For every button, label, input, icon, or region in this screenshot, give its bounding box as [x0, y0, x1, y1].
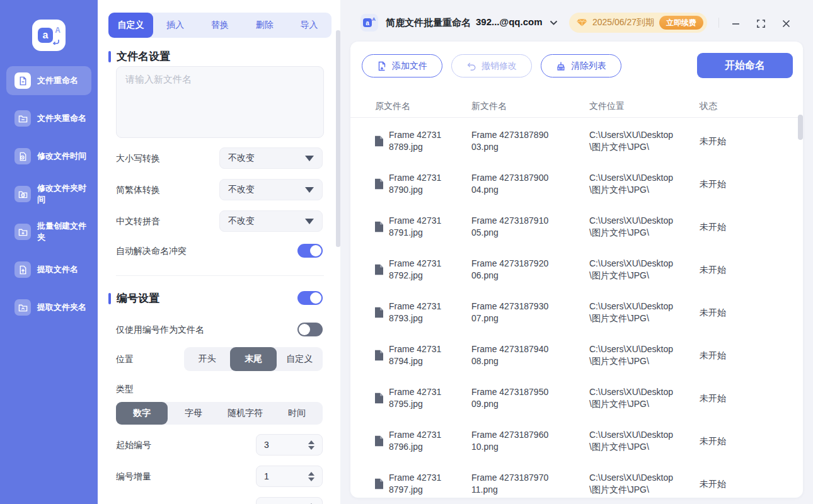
type-segment[interactable]: 时间	[271, 402, 323, 425]
status-text: 未开始	[700, 435, 726, 447]
file-icon	[374, 222, 383, 232]
sidebar-item-extract-filenames[interactable]: 提取文件名	[6, 255, 91, 284]
table-row[interactable]: Frame 427318795.jpg Frame 427318795009.p…	[350, 377, 803, 420]
old-filename: Frame 427318789.jpg	[389, 129, 443, 153]
minimize-button[interactable]	[727, 15, 744, 32]
settings-tab[interactable]: 删除	[242, 13, 287, 38]
position-segment[interactable]: 自定义	[277, 347, 323, 371]
start-number-input[interactable]: 3	[256, 434, 323, 455]
increment-input[interactable]: 1	[256, 466, 323, 487]
minimize-icon	[731, 19, 741, 28]
position-segment[interactable]: 开头	[184, 347, 230, 371]
file-location: C:\Users\XU\Desktop\图片文件\JPG\	[589, 429, 675, 453]
sidebar-item-file-rename[interactable]: 文件重命名	[6, 66, 91, 95]
status-text: 未开始	[700, 478, 726, 490]
pinyin-convert-select[interactable]: 不改变	[219, 210, 323, 232]
close-button[interactable]	[778, 15, 794, 32]
button-label: 撤销修改	[481, 60, 517, 72]
toggle-knob	[299, 324, 310, 335]
sidebar-item-extract-foldernames[interactable]: 提取文件夹名	[6, 293, 91, 322]
old-filename: Frame 427318793.jpg	[389, 301, 443, 324]
clear-list-button[interactable]: 清除列表	[541, 54, 621, 77]
position-label: 位置	[116, 354, 134, 365]
gem-icon	[577, 18, 587, 27]
file-icon	[374, 479, 383, 490]
file-icon	[374, 307, 383, 318]
button-label: 清除列表	[571, 60, 606, 72]
spinner-control[interactable]	[308, 472, 314, 481]
sidebar-item-folder-time[interactable]: 修改文件夹时间	[6, 180, 91, 209]
caret-down-icon	[305, 187, 314, 193]
settings-panel: 自定义插入替换删除导入 文件名设置 大小写转换 不改变 简繁体转换 不改变 中文…	[98, 0, 340, 504]
sidebar-item-create-folders[interactable]: 批量创建文件夹	[6, 217, 91, 246]
app-mini-logo: a A	[360, 14, 378, 32]
sidebar-item-folder-rename[interactable]: 文件夹重命名	[6, 104, 91, 133]
old-filename: Frame 427318794.jpg	[389, 343, 443, 367]
column-header: 状态	[700, 94, 717, 118]
table-row[interactable]: Frame 427318796.jpg Frame 427318796010.p…	[350, 420, 803, 462]
settings-tabbar: 自定义插入替换删除导入	[108, 13, 332, 38]
sidebar-item-file-time[interactable]: 修改文件时间	[6, 142, 91, 171]
renew-button[interactable]: 立即续费	[659, 16, 703, 30]
file-location: C:\Users\XU\Desktop\图片文件\JPG\	[589, 215, 675, 239]
table-row[interactable]: Frame 427318793.jpg Frame 427318793007.p…	[350, 291, 803, 334]
sidebar-item-label: 修改文件夹时间	[37, 183, 91, 205]
conflict-toggle[interactable]	[297, 244, 323, 258]
maximize-button[interactable]	[752, 15, 769, 32]
toggle-knob	[310, 245, 321, 256]
spin-down-icon	[308, 446, 314, 450]
table-scrollbar-thumb[interactable]	[798, 115, 803, 140]
sidebar-item-label: 修改文件时间	[37, 151, 86, 162]
settings-tab[interactable]: 插入	[153, 13, 198, 38]
type-segmented-control: 数字字母随机字符时间	[116, 402, 323, 425]
position-segment[interactable]: 末尾	[230, 347, 276, 371]
settings-tab[interactable]: 替换	[198, 13, 243, 38]
status-text: 未开始	[700, 392, 726, 404]
sidebar-item-label: 文件夹重命名	[37, 113, 86, 124]
status-text: 未开始	[700, 350, 726, 362]
file-location: C:\Users\XU\Desktop\图片文件\JPG\	[589, 386, 675, 410]
file-icon	[374, 265, 383, 275]
type-segment[interactable]: 数字	[116, 402, 168, 425]
sidebar-item-label: 文件重命名	[37, 75, 78, 86]
settings-scrollbar-thumb[interactable]	[336, 30, 340, 247]
undo-button[interactable]: 撤销修改	[451, 54, 532, 77]
case-convert-select[interactable]: 不改变	[219, 147, 323, 169]
settings-tab[interactable]: 导入	[287, 13, 332, 38]
table-row[interactable]: Frame 427318789.jpg Frame 427318789003.p…	[350, 120, 803, 163]
conflict-toggle-label: 自动解决命名冲突	[116, 246, 187, 257]
only-number-toggle[interactable]	[297, 323, 323, 336]
status-text: 未开始	[700, 178, 726, 190]
undo-icon	[466, 61, 476, 71]
file-location: C:\Users\XU\Desktop\图片文件\JPG\	[589, 172, 675, 196]
numbering-toggle[interactable]	[297, 291, 323, 305]
start-rename-button[interactable]: 开始命名	[697, 53, 793, 78]
settings-tab[interactable]: 自定义	[108, 13, 153, 38]
spin-down-icon	[308, 478, 314, 481]
table-row[interactable]: Frame 427318797.jpg Frame 427318797011.p…	[350, 462, 803, 498]
file-icon	[374, 179, 383, 190]
type-segment[interactable]: 字母	[168, 402, 219, 425]
table-row[interactable]: Frame 427318792.jpg Frame 427318792006.p…	[350, 248, 803, 291]
start-number-label: 起始编号	[116, 440, 151, 451]
increment-label: 编号增量	[116, 471, 151, 483]
table-row[interactable]: Frame 427318790.jpg Frame 427318790004.p…	[350, 163, 803, 205]
select-value: 不改变	[228, 215, 255, 227]
spin-up-icon	[308, 440, 314, 444]
simplified-traditional-select[interactable]: 不改变	[219, 179, 323, 200]
partial-number-input[interactable]	[256, 497, 323, 504]
type-segment[interactable]: 随机字符	[219, 402, 271, 425]
filename-section-title: 文件名设置	[108, 49, 170, 64]
account-dropdown[interactable]: 392...@qq.com	[476, 16, 543, 27]
status-text: 未开始	[700, 221, 726, 233]
case-convert-label: 大小写转换	[116, 153, 160, 164]
new-filename: Frame 427318796010.png	[471, 429, 550, 453]
spinner-control[interactable]	[308, 440, 314, 450]
chevron-down-icon[interactable]	[550, 20, 558, 26]
add-files-button[interactable]: 添加文件	[362, 54, 442, 77]
logo-A-glyph: A	[372, 16, 376, 22]
table-row[interactable]: Frame 427318791.jpg Frame 427318791005.p…	[350, 205, 803, 248]
folder-time-icon	[14, 186, 31, 202]
table-row[interactable]: Frame 427318794.jpg Frame 427318794008.p…	[350, 334, 803, 377]
new-filename-input[interactable]	[116, 66, 324, 138]
